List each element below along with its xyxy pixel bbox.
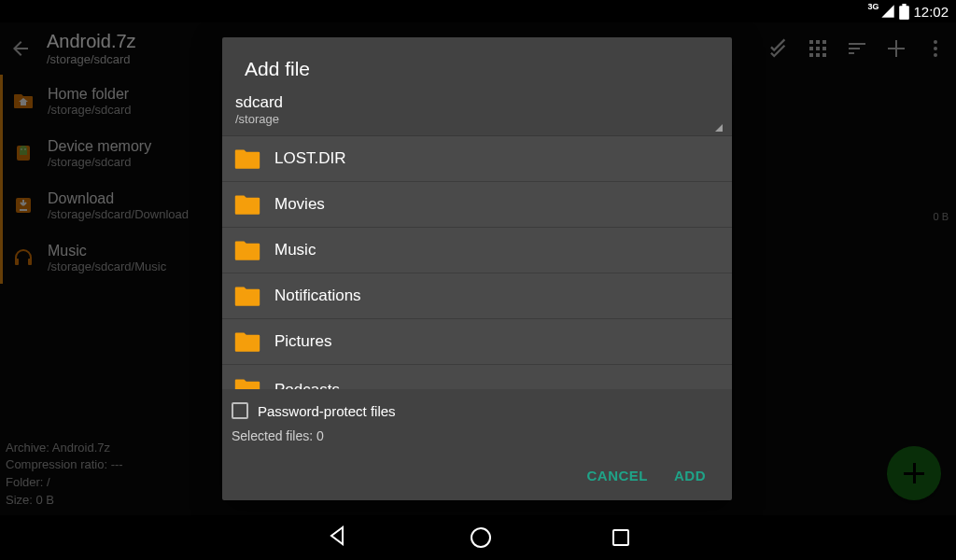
list-item[interactable]: Music bbox=[222, 228, 732, 273]
list-item[interactable]: Notifications bbox=[222, 273, 732, 319]
folder-icon bbox=[233, 285, 261, 307]
sort-icon[interactable] bbox=[844, 35, 870, 62]
home-icon bbox=[10, 88, 36, 114]
android-nav-bar bbox=[0, 515, 956, 560]
add-button[interactable]: ADD bbox=[674, 468, 706, 483]
back-icon[interactable] bbox=[7, 35, 34, 62]
list-item[interactable]: LOST.DIR bbox=[222, 136, 732, 182]
clock: 12:02 bbox=[913, 4, 949, 20]
download-icon bbox=[10, 192, 36, 218]
nav-recent-button[interactable] bbox=[612, 529, 629, 546]
breadcrumb[interactable]: sdcard /storage bbox=[222, 93, 732, 135]
fab-add[interactable] bbox=[887, 446, 941, 500]
folder-icon bbox=[233, 193, 261, 216]
cancel-button[interactable]: CANCEL bbox=[587, 468, 649, 483]
network-type: 3G bbox=[867, 2, 879, 11]
svg-rect-7 bbox=[15, 259, 19, 265]
svg-point-5 bbox=[24, 148, 26, 150]
add-icon[interactable] bbox=[883, 35, 909, 62]
add-file-dialog: Add file sdcard /storage LOST.DIR Movies… bbox=[222, 37, 732, 500]
archive-footer-info: Archive: Android.7z Compression ratio: -… bbox=[6, 440, 123, 510]
android-icon bbox=[10, 140, 36, 166]
nav-back-button[interactable] bbox=[327, 525, 349, 551]
password-protect-label: Password-protect files bbox=[258, 403, 396, 419]
spinner-indicator-icon bbox=[715, 124, 723, 132]
password-protect-checkbox[interactable]: Password-protect files bbox=[232, 397, 723, 425]
svg-point-2 bbox=[934, 53, 937, 57]
overflow-icon[interactable] bbox=[922, 35, 949, 62]
svg-point-1 bbox=[934, 47, 937, 50]
folder-icon bbox=[233, 377, 261, 389]
folder-icon bbox=[233, 147, 261, 170]
selected-files-count: Selected files: 0 bbox=[232, 425, 723, 453]
svg-point-4 bbox=[21, 148, 22, 150]
select-all-icon[interactable] bbox=[766, 35, 792, 62]
checkbox-icon bbox=[232, 402, 248, 419]
breadcrumb-parent: /storage bbox=[235, 112, 719, 126]
list-item[interactable]: Podcasts bbox=[222, 365, 732, 389]
nav-home-button[interactable] bbox=[471, 527, 491, 548]
view-grid-icon[interactable] bbox=[805, 35, 831, 62]
dialog-title: Add file bbox=[222, 37, 732, 93]
list-item[interactable]: Movies bbox=[222, 182, 732, 228]
folder-icon bbox=[233, 239, 261, 261]
svg-rect-8 bbox=[28, 259, 32, 265]
svg-point-0 bbox=[934, 40, 937, 44]
headphones-icon bbox=[10, 245, 36, 271]
breadcrumb-current: sdcard bbox=[235, 93, 719, 112]
folder-icon bbox=[233, 330, 261, 353]
list-item[interactable]: Pictures bbox=[222, 319, 732, 365]
signal-icon bbox=[880, 4, 895, 19]
size-badge: 0 B bbox=[933, 211, 949, 222]
android-status-bar: 3G 12:02 bbox=[0, 0, 956, 22]
battery-icon bbox=[899, 4, 909, 20]
folder-list[interactable]: LOST.DIR Movies Music Notifications Pict… bbox=[222, 135, 732, 389]
